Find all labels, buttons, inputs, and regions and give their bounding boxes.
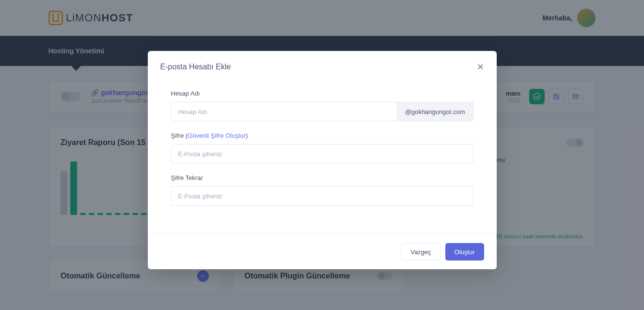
- password-input[interactable]: [171, 144, 473, 163]
- password-repeat-label: Şifre Tekrar: [171, 174, 473, 181]
- generate-password-link[interactable]: Güvenli Şifre Oluştur: [188, 132, 246, 139]
- add-email-modal: E-posta Hesabı Ekle ✕ Hesap Adı @gokhang…: [148, 51, 497, 269]
- close-icon: ✕: [477, 62, 484, 72]
- domain-suffix: @gokhangungor.com: [397, 102, 473, 121]
- cancel-button[interactable]: Vazgeç: [401, 243, 440, 261]
- account-name-label: Hesap Adı: [171, 90, 473, 97]
- submit-button[interactable]: Oluştur: [445, 243, 484, 261]
- account-name-input[interactable]: [171, 102, 397, 121]
- modal-title: E-posta Hesabı Ekle: [160, 63, 231, 71]
- modal-close-button[interactable]: ✕: [477, 62, 484, 72]
- password-repeat-input[interactable]: [171, 186, 473, 206]
- password-label: Şifre (Güvenli Şifre Oluştur): [171, 132, 473, 139]
